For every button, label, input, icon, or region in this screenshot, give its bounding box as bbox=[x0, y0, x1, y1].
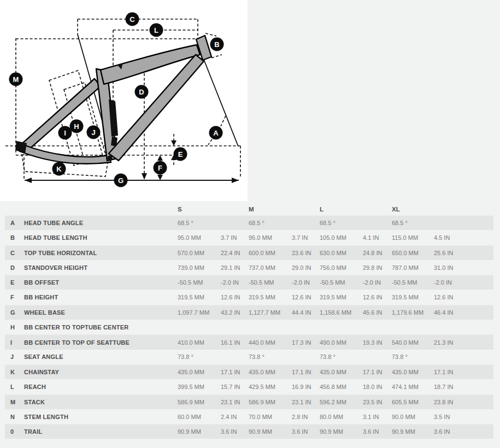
geometry-table: S M L XL AHEAD TUBE ANGLE68.5 °68.5 °68.… bbox=[5, 203, 493, 439]
row-value: 90.9 MM bbox=[249, 428, 292, 435]
row-value: 90.9 MM bbox=[178, 428, 221, 435]
row-value: 12.6 IN bbox=[434, 294, 493, 300]
row-value: 319.5 MM bbox=[392, 294, 434, 300]
row-letter: E bbox=[10, 279, 24, 286]
diagram-label-F: F bbox=[154, 161, 167, 175]
diagram-label-K: K bbox=[52, 162, 66, 176]
row-value: 95.0 MM bbox=[249, 234, 292, 241]
row-value: 70.0 MM bbox=[249, 414, 292, 420]
diagram-label-M: M bbox=[9, 73, 23, 86]
row-letter: B bbox=[10, 234, 24, 241]
row-measurement-name: STANDOVER HEIGHT bbox=[24, 264, 178, 271]
size-header-l: L bbox=[320, 206, 363, 213]
row-letter: G bbox=[10, 309, 24, 316]
row-measurement-name: HEAD TUBE LENGTH bbox=[24, 234, 178, 241]
row-measurement-name: STACK bbox=[24, 399, 178, 405]
row-letter: J bbox=[10, 353, 24, 360]
row-measurement-name: BB OFFSET bbox=[24, 279, 178, 286]
row-value: 3.1 IN bbox=[363, 414, 392, 420]
row-value: 12.6 IN bbox=[363, 294, 392, 300]
diagram-label-E: E bbox=[174, 148, 187, 161]
row-value: 737.0 MM bbox=[249, 264, 292, 271]
row-value: 586.9 MM bbox=[249, 399, 292, 405]
row-value: -2.0 IN bbox=[221, 279, 249, 286]
row-value: 399.5 MM bbox=[178, 384, 221, 390]
row-measurement-name: WHEEL BASE bbox=[24, 309, 178, 316]
row-value: 3.6 IN bbox=[363, 428, 392, 435]
row-value: 16.1 IN bbox=[221, 339, 249, 346]
row-measurement-name: BB HEIGHT bbox=[24, 294, 178, 300]
size-header-xl: XL bbox=[392, 206, 434, 213]
row-value: 319.5 MM bbox=[320, 294, 363, 300]
row-letter: F bbox=[10, 294, 24, 300]
row-value: 435.0 MM bbox=[392, 369, 434, 375]
row-value: 115.0 MM bbox=[392, 234, 434, 241]
row-value: 17.1 IN bbox=[292, 369, 320, 375]
table-row: CTOP TUBE HORIZONTAL570.0 MM22.4 IN600.0… bbox=[5, 245, 493, 260]
row-value: 650.0 MM bbox=[392, 250, 434, 256]
row-letter: H bbox=[10, 324, 24, 331]
row-measurement-name: CHAINSTAY bbox=[24, 369, 178, 375]
table-row: DSTANDOVER HEIGHT739.0 MM29.1 IN737.0 MM… bbox=[5, 260, 493, 275]
row-value: 18.0 IN bbox=[363, 384, 392, 390]
row-value: 23.5 IN bbox=[363, 399, 392, 405]
row-value: 1,097.7 MM bbox=[178, 309, 221, 316]
row-value: 17.3 IN bbox=[292, 339, 320, 346]
row-value: 44.4 IN bbox=[292, 309, 320, 316]
row-measurement-name: BB CENTER TO TOPTUBE CENTER bbox=[24, 324, 178, 331]
row-value: 25.6 IN bbox=[434, 250, 493, 256]
row-value: 19.3 IN bbox=[363, 339, 392, 346]
rear-dropout bbox=[15, 141, 27, 154]
row-value: 1,158.6 MM bbox=[320, 309, 363, 316]
row-value: 73.8 ° bbox=[178, 353, 221, 360]
row-value: -50.5 MM bbox=[320, 279, 363, 286]
size-header-m: M bbox=[249, 206, 292, 213]
table-row: EBB OFFSET-50.5 MM-2.0 IN-50.5 MM-2.0 IN… bbox=[5, 275, 493, 290]
row-value: 3.6 IN bbox=[434, 428, 493, 435]
row-value: 319.5 MM bbox=[249, 294, 292, 300]
row-value: 490.0 MM bbox=[320, 339, 363, 346]
row-value: 95.0 MM bbox=[178, 234, 221, 241]
row-value: -50.5 MM bbox=[249, 279, 292, 286]
wheelbase-arrow-line bbox=[25, 178, 239, 183]
row-value: 24.8 IN bbox=[363, 250, 392, 256]
row-value: 17.1 IN bbox=[221, 369, 249, 375]
row-measurement-name: TOP TUBE HORIZONTAL bbox=[24, 250, 178, 256]
table-row: KCHAINSTAY435.0 MM17.1 IN435.0 MM17.1 IN… bbox=[5, 364, 493, 379]
table-row: BHEAD TUBE LENGTH95.0 MM3.7 IN95.0 MM3.7… bbox=[5, 230, 493, 245]
row-value: 319.5 MM bbox=[178, 294, 221, 300]
row-value: 23.6 IN bbox=[292, 250, 320, 256]
row-letter: K bbox=[10, 369, 24, 375]
row-value: -50.5 MM bbox=[392, 279, 434, 286]
row-value: -50.5 MM bbox=[178, 279, 221, 286]
row-value: 630.0 MM bbox=[320, 250, 363, 256]
row-value: 90.9 MM bbox=[320, 428, 363, 435]
row-measurement-name: SEAT ANGLE bbox=[24, 353, 178, 360]
row-value: -2.0 IN bbox=[292, 279, 320, 286]
table-row: JSEAT ANGLE73.8 °73.8 °73.8 °73.8 ° bbox=[5, 350, 493, 364]
table-row: AHEAD TUBE ANGLE68.5 °68.5 °68.5 °68.5 ° bbox=[5, 215, 493, 230]
row-letter: D bbox=[10, 264, 24, 271]
row-letter: I bbox=[10, 339, 24, 346]
row-value: 16.9 IN bbox=[292, 384, 320, 390]
row-value: 596.2 MM bbox=[320, 399, 363, 405]
row-value: 739.0 MM bbox=[178, 264, 221, 271]
row-value: 570.0 MM bbox=[178, 250, 221, 256]
bottom-bracket bbox=[108, 156, 113, 161]
row-value: 31.0 IN bbox=[434, 264, 493, 271]
row-value: -2.0 IN bbox=[434, 279, 493, 286]
row-value: 90.0 MM bbox=[392, 414, 434, 420]
row-value: 3.6 IN bbox=[292, 428, 320, 435]
row-value: 90.9 MM bbox=[392, 428, 434, 435]
row-value: 1,127.7 MM bbox=[249, 309, 292, 316]
row-value: 22.4 IN bbox=[221, 250, 249, 256]
table-row: LREACH399.5 MM15.7 IN429.5 MM16.9 IN456.… bbox=[5, 379, 493, 394]
row-value: 586.9 MM bbox=[178, 399, 221, 405]
size-header-row: S M L XL bbox=[5, 203, 493, 215]
geometry-rows: AHEAD TUBE ANGLE68.5 °68.5 °68.5 °68.5 °… bbox=[5, 215, 493, 439]
row-value: 29.0 IN bbox=[292, 264, 320, 271]
diagram-label-B: B bbox=[210, 38, 224, 51]
row-value: 4.1 IN bbox=[363, 234, 392, 241]
row-value: 45.6 IN bbox=[363, 309, 392, 316]
row-value: 410.0 MM bbox=[178, 339, 221, 346]
